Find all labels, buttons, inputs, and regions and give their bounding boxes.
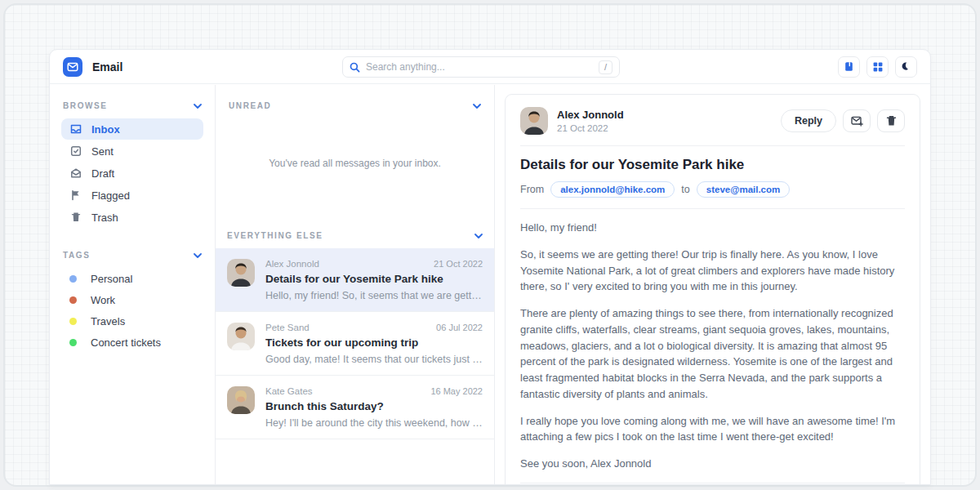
sidebar-item-sent[interactable]: Sent [61,140,203,162]
reply-button[interactable]: Reply [781,109,836,132]
search-icon [350,62,360,73]
notebook-button[interactable] [838,56,860,78]
search-input[interactable] [366,61,599,73]
unread-empty-message: You've read all messages in your inbox. [227,110,483,220]
mail-preview: Hey! I'll be around the city this weeken… [265,417,483,429]
mail-detail-column: Alex Jonnold 21 Oct 2022 Reply [495,85,930,484]
tag-dot-0 [69,275,77,283]
forward-mail-button[interactable] [843,109,871,132]
mail-subject: Brunch this Saturday? [265,400,483,412]
divider [520,208,905,209]
mail-body: Hello, my friend! So, it seems we are ge… [520,220,905,472]
tag-dot-1 [69,296,77,304]
tag-item-work[interactable]: Work [61,289,203,310]
notebook-icon [844,61,854,72]
app-title: Email [92,60,122,74]
sidebar: BROWSE Inbox Sent [50,85,215,484]
mail-date: 06 Jul 2022 [436,323,483,332]
mail-subject: Tickets for our upcoming trip [265,336,483,349]
chevron-down-icon[interactable] [474,234,483,238]
unread-section-label: UNREAD [229,101,271,110]
sidebar-item-draft[interactable]: Draft [61,163,203,184]
sidebar-item-label: Trash [91,212,118,224]
mail-body-paragraph: See you soon, Alex Jonnold [520,456,905,472]
mail-subject: Details for our Yosemite Park hike [265,273,483,285]
chevron-down-icon[interactable] [194,104,202,109]
tag-dot-2 [69,318,77,325]
mail-body-paragraph: I really hope you love coming along with… [520,413,905,446]
avatar [227,323,255,350]
mail-detail-subject: Details for our Yosemite Park hike [520,157,905,173]
chevron-down-icon[interactable] [473,104,481,109]
sidebar-item-flagged[interactable]: Flagged [61,185,203,206]
search-shortcut-badge: / [599,60,612,74]
tag-label: Travels [91,315,125,327]
trash-icon [69,212,82,223]
sidebar-item-label: Inbox [91,123,120,136]
email-app-window: Email / [49,49,931,485]
tag-item-personal[interactable]: Personal [61,268,203,289]
everything-else-section-label: EVERYTHING ELSE [227,231,323,240]
app-header: Email / [50,50,930,84]
browse-section-header[interactable]: BROWSE [61,96,203,118]
mail-body-paragraph: So, it seems we are getting there! Our t… [520,247,905,295]
apps-grid-button[interactable] [866,56,889,78]
mail-list-item[interactable]: Alex Jonnold 21 Oct 2022 Details for our… [216,248,494,312]
envelope-plus-icon [851,116,863,127]
mail-preview: Hello, my friend! So, it seems that we a… [265,290,483,301]
search-box[interactable]: / [342,56,620,78]
divider [520,483,905,483]
email-logo-icon [67,61,78,73]
mail-preview: Good day, mate! It seems that our ticket… [265,354,483,365]
to-label: to [681,184,689,195]
mail-list-item[interactable]: Pete Sand 06 Jul 2022 Tickets for our up… [216,312,494,376]
chevron-down-icon[interactable] [194,253,202,258]
everything-else-section-header[interactable]: EVERYTHING ELSE [216,220,494,248]
tags-section-header[interactable]: TAGS [61,246,203,268]
trash-icon [886,115,897,127]
tags-section-label: TAGS [63,251,90,260]
mail-body-paragraph: There are plenty of amazing things to se… [520,305,905,403]
tag-item-concert-tickets[interactable]: Concert tickets [61,332,203,353]
mail-detail-card: Alex Jonnold 21 Oct 2022 Reply [505,94,920,485]
to-email-chip[interactable]: steve@mail.com [697,181,790,198]
inbox-icon [69,123,82,135]
sidebar-item-label: Draft [91,167,114,180]
apps-grid-icon [873,62,883,72]
browse-section-label: BROWSE [63,101,108,110]
app-logo [63,57,82,77]
tag-label: Work [91,294,115,306]
mail-sender: Pete Sand [265,323,310,332]
divider [520,145,905,146]
detail-date: 21 Oct 2022 [557,123,624,133]
from-label: From [520,184,544,195]
sidebar-item-trash[interactable]: Trash [61,207,203,228]
mail-sender: Kate Gates [265,386,313,396]
mail-sender: Alex Jonnold [265,259,319,269]
tag-dot-3 [69,339,77,346]
sidebar-item-label: Sent [91,145,114,158]
avatar [227,386,255,414]
mail-date: 21 Oct 2022 [434,259,483,269]
unread-section-header[interactable]: UNREAD [227,96,483,110]
tag-label: Concert tickets [91,336,161,349]
avatar [520,107,548,135]
dark-mode-button[interactable] [895,56,917,78]
mail-date: 16 May 2022 [430,386,483,396]
sidebar-item-label: Flagged [91,189,130,202]
detail-sender-name: Alex Jonnold [557,109,624,121]
tag-item-travels[interactable]: Travels [61,310,203,332]
tag-label: Personal [91,273,132,285]
draft-icon [69,167,82,179]
avatar [227,259,255,287]
from-email-chip[interactable]: alex.jonnold@hike.com [550,181,675,198]
sent-icon [69,145,82,157]
moon-icon [901,61,911,72]
flag-icon [69,189,82,201]
sidebar-item-inbox[interactable]: Inbox [61,118,203,140]
delete-mail-button[interactable] [877,109,905,132]
message-list-column: UNREAD You've read all messages in your … [215,85,495,484]
mail-body-paragraph: Hello, my friend! [520,220,905,236]
mail-list-item[interactable]: Kate Gates 16 May 2022 Brunch this Satur… [216,376,494,439]
